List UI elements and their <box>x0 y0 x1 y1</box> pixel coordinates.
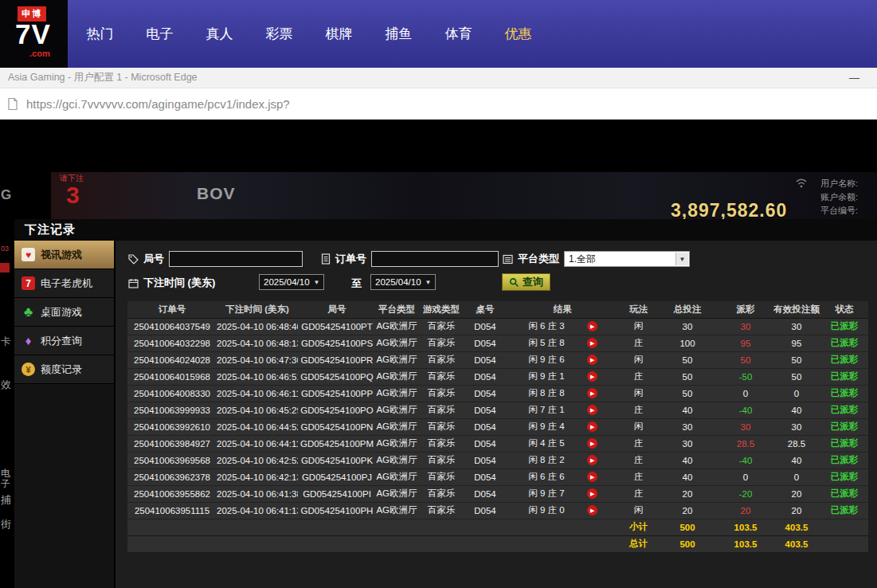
grand-total-total-bet: 500 <box>656 535 718 552</box>
round-input[interactable] <box>169 251 303 267</box>
cell: AG欧洲厅 <box>376 351 417 368</box>
wifi-icon <box>795 178 808 188</box>
cell: GD054254100PN <box>298 418 376 435</box>
bet-row: 2504100640083302025-04-10 06:46:11GD0542… <box>127 385 868 402</box>
play-icon[interactable]: ▶ <box>587 338 597 348</box>
cell: 20 <box>718 502 773 519</box>
platform-type-select[interactable]: 1.全部 ▼ <box>564 251 690 267</box>
minimize-button[interactable]: — <box>843 72 866 84</box>
cell: 百家乐 <box>417 318 465 335</box>
nav-item-0[interactable]: 热门 <box>70 25 130 43</box>
cell: GD054254100PQ <box>298 368 376 385</box>
to-label: 至 <box>351 276 362 291</box>
round-label: 局号 <box>143 252 164 266</box>
cell: 20 <box>773 485 820 502</box>
cell: 30 <box>718 418 773 435</box>
cell: 闲 <box>621 385 656 402</box>
video-games-icon: ♥ <box>22 248 35 261</box>
cell: 20 <box>773 502 820 519</box>
cell: D054 <box>465 402 505 418</box>
platform-type-value: 1.全部 <box>569 253 596 266</box>
search-button[interactable]: 查询 <box>502 273 550 291</box>
play-icon[interactable]: ▶ <box>587 472 597 482</box>
sidebar-item-slot-machine[interactable]: 7电子老虎机 <box>14 269 114 298</box>
play-icon[interactable]: ▶ <box>587 371 597 382</box>
chevron-down-icon: ▼ <box>675 253 688 265</box>
column-header: 订单号 <box>127 301 217 318</box>
subtotal-payout: 103.5 <box>718 519 773 535</box>
play-icon[interactable]: ▶ <box>587 505 597 515</box>
calendar-icon <box>128 278 139 288</box>
logo-suffix: .com <box>29 49 50 58</box>
nav-item-5[interactable]: 捕鱼 <box>369 25 429 43</box>
slot-machine-icon: 7 <box>22 276 35 290</box>
cell: AG欧洲厅 <box>376 402 417 418</box>
cell: 2025-04-10 06:48:13 <box>217 335 298 351</box>
cell: 2025-04-10 06:45:29 <box>217 402 298 418</box>
sidebar-item-points-query[interactable]: ♦积分查询 <box>14 327 114 355</box>
cell: 250410064032298 <box>127 335 217 351</box>
nav-item-2[interactable]: 真人 <box>190 25 249 43</box>
date-to-select[interactable]: 2025/04/10 ▼ <box>370 274 436 290</box>
grand-total-label: 总计 <box>621 535 656 552</box>
bet-row: 2504100639999332025-04-10 06:45:29GD0542… <box>127 402 868 418</box>
sidebar-item-video-games[interactable]: ♥视讯游戏 <box>14 241 114 269</box>
nav-item-4[interactable]: 棋牌 <box>309 25 369 43</box>
play-icon[interactable]: ▶ <box>587 388 597 398</box>
bet-row: 2504100639926102025-04-10 06:44:52GD0542… <box>127 418 868 435</box>
cell: 2025-04-10 06:42:13 <box>217 468 298 485</box>
grand-total-valid-bet: 403.5 <box>773 535 820 552</box>
result-text: 闲 9 庄 7 <box>528 488 564 500</box>
order-input[interactable] <box>371 251 499 267</box>
nav-item-6[interactable]: 体育 <box>429 25 488 43</box>
cell: 0 <box>773 468 820 485</box>
magnifier-icon <box>509 277 519 288</box>
cell: 百家乐 <box>417 385 465 402</box>
play-icon[interactable]: ▶ <box>587 455 597 465</box>
cell: GD054254100PH <box>298 502 376 519</box>
sidebar-item-table-games[interactable]: ♣桌面游戏 <box>14 298 114 327</box>
cell: 250410064037549 <box>127 318 217 335</box>
sidebar-item-label: 额度记录 <box>41 363 82 377</box>
play-icon[interactable]: ▶ <box>587 405 597 415</box>
cell: D054 <box>465 485 505 502</box>
cell: 闲 8 庄 8▶ <box>505 385 621 402</box>
play-icon[interactable]: ▶ <box>587 488 597 499</box>
top-nav-bar: 申博 7V .com 热门电子真人彩票棋牌捕鱼体育优惠 <box>0 0 877 68</box>
site-logo[interactable]: 申博 7V .com <box>0 0 68 68</box>
bet-row: 2504100639849272025-04-10 06:44:11GD0542… <box>127 435 868 452</box>
cell: 30 <box>656 418 718 435</box>
cell: 闲 9 庄 4▶ <box>505 418 621 435</box>
date-from-select[interactable]: 2025/04/10 ▼ <box>259 274 324 290</box>
cell: AG欧洲厅 <box>376 452 417 468</box>
account-balance-label: 账户余额: <box>820 191 858 203</box>
nav-item-3[interactable]: 彩票 <box>249 25 309 43</box>
cell: 30 <box>718 318 773 335</box>
play-icon[interactable]: ▶ <box>587 355 597 365</box>
cell: 250410063955862 <box>127 485 217 502</box>
points-query-icon: ♦ <box>22 334 35 347</box>
bet-row: 2504100640375492025-04-10 06:48:40GD0542… <box>127 318 868 335</box>
cell: 已派彩 <box>820 385 868 402</box>
subtotal-total-bet: 500 <box>656 519 718 535</box>
cell: 闲 9 庄 7▶ <box>505 485 621 502</box>
chevron-down-icon: ▼ <box>314 279 320 286</box>
nav-item-1[interactable]: 电子 <box>130 25 190 43</box>
cell: -40 <box>718 452 773 468</box>
cell: 50 <box>773 351 820 368</box>
cell: 闲 8 庄 2▶ <box>505 452 621 468</box>
credit-records-icon: ¥ <box>22 363 35 376</box>
play-icon[interactable]: ▶ <box>587 421 597 432</box>
cell: 2025-04-10 06:46:51 <box>217 368 298 385</box>
nav-item-7[interactable]: 优惠 <box>488 25 548 43</box>
play-icon[interactable]: ▶ <box>587 321 597 331</box>
cell: GD054254100PP <box>298 385 376 402</box>
cell <box>820 519 868 535</box>
platform-label: 平台类型 <box>518 252 559 266</box>
cell: D054 <box>465 468 505 485</box>
browser-url-bar[interactable]: https://gci.7vvvvvv.com/agingame/pcv1/in… <box>0 88 877 120</box>
cell: 已派彩 <box>820 435 868 452</box>
sidebar-item-credit-records[interactable]: ¥额度记录 <box>14 355 114 384</box>
cell: 2025-04-10 06:41:38 <box>217 485 298 502</box>
play-icon[interactable]: ▶ <box>587 438 597 449</box>
